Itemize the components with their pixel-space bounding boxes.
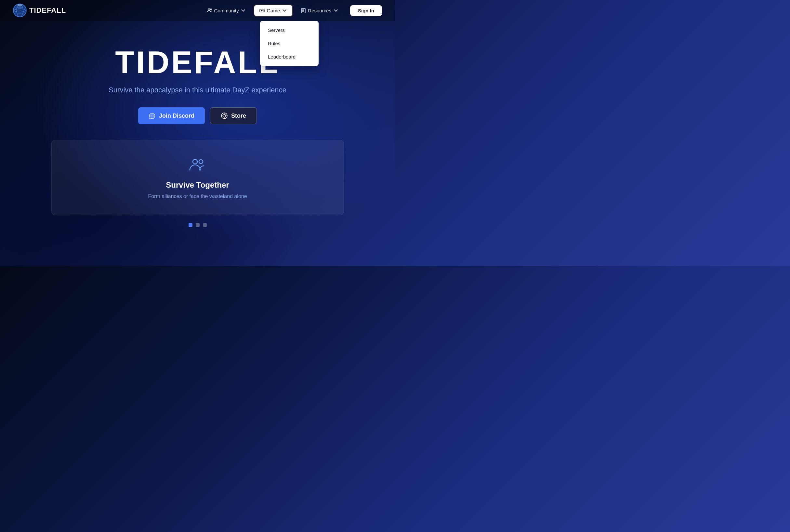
svg-point-14 [199, 160, 203, 164]
pagination-dot-1[interactable] [189, 223, 192, 227]
hero-section: TIDEFALL Survive the apocalypse in this … [0, 21, 395, 227]
svg-point-9 [151, 115, 152, 116]
discord-button-label: Join Discord [159, 113, 194, 119]
nav-item-game[interactable]: Game [254, 4, 293, 17]
store-button-label: Store [231, 113, 246, 119]
nav-item-resources[interactable]: Resources [295, 5, 344, 16]
logo-text: TIDEFALL [29, 6, 66, 15]
community-chevron [240, 8, 246, 13]
feature-icon [189, 156, 207, 174]
dropdown-item-rules[interactable]: Rules [260, 37, 319, 50]
pagination-dot-3[interactable] [203, 223, 207, 227]
logo-link[interactable]: TIDEFALL [13, 4, 66, 17]
nav-links: Community Game Resources [202, 4, 382, 17]
resources-icon [301, 8, 306, 13]
feature-card: Survive Together Form alliances or face … [51, 140, 344, 215]
hero-buttons: Join Discord Store [138, 107, 257, 124]
resources-chevron [333, 8, 339, 13]
svg-point-4 [210, 9, 212, 10]
svg-point-13 [193, 159, 197, 164]
community-icon [207, 8, 212, 13]
community-label: Community [214, 8, 239, 13]
svg-point-10 [153, 115, 153, 116]
sign-in-button[interactable]: Sign In [350, 5, 382, 16]
dropdown-item-servers[interactable]: Servers [260, 23, 319, 37]
svg-point-2 [18, 4, 22, 6]
feature-description: Form alliances or face the wasteland alo… [148, 193, 247, 200]
svg-point-3 [208, 9, 210, 11]
resources-label: Resources [308, 8, 331, 13]
svg-point-6 [263, 10, 263, 11]
dropdown-item-leaderboard[interactable]: Leaderboard [260, 50, 319, 63]
discord-icon [149, 112, 156, 119]
join-discord-button[interactable]: Join Discord [138, 107, 205, 124]
game-chevron [282, 8, 287, 13]
game-icon [259, 8, 265, 13]
game-dropdown: Servers Rules Leaderboard [260, 21, 319, 66]
logo-icon [13, 4, 27, 17]
navbar: TIDEFALL Community Game [0, 0, 395, 21]
svg-point-7 [263, 11, 264, 11]
game-label: Game [267, 8, 280, 13]
hero-title: TIDEFALL [115, 47, 280, 78]
nav-item-community[interactable]: Community [202, 5, 251, 16]
store-button[interactable]: Store [210, 107, 257, 124]
svg-point-12 [223, 114, 226, 117]
pagination-dot-2[interactable] [196, 223, 199, 227]
hero-subtitle: Survive the apocalypse in this ultimate … [109, 86, 286, 94]
store-icon [221, 112, 228, 119]
pagination-dots [189, 223, 207, 227]
feature-title: Survive Together [166, 180, 229, 190]
